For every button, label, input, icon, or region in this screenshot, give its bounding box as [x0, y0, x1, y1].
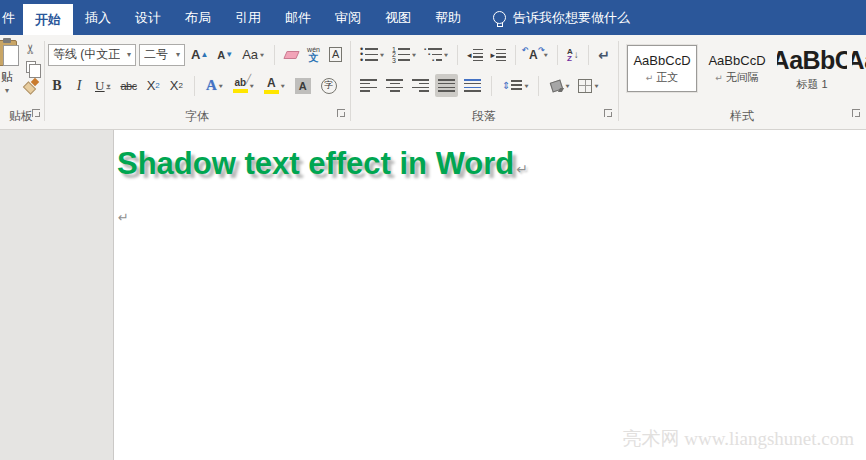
font-size-combo[interactable]: 二号	[139, 44, 185, 66]
align-right-button[interactable]	[409, 74, 432, 97]
text-highlight-button[interactable]: ab	[230, 74, 257, 97]
tab-view[interactable]: 视图	[373, 0, 423, 35]
decrease-indent-button[interactable]: ◂	[464, 43, 486, 66]
style-name-text: 正文	[656, 71, 678, 83]
clear-formatting-button[interactable]	[282, 43, 301, 66]
clipboard-dialog-launcher-icon[interactable]	[32, 109, 42, 119]
superscript-x: X	[170, 78, 179, 93]
style-item-heading1[interactable]: AaBbC 标题 1	[777, 45, 847, 92]
bullets-button[interactable]	[357, 43, 387, 66]
multilevel-list-button[interactable]	[421, 43, 451, 66]
grow-font-label: A	[191, 47, 200, 62]
line-spacing-button[interactable]: ⇕	[499, 74, 531, 97]
borders-button[interactable]	[575, 74, 601, 97]
styles-dialog-launcher-icon[interactable]	[852, 109, 862, 119]
font-color-a-label: A	[267, 77, 276, 89]
font-color-icon: A	[264, 77, 279, 94]
paste-label: 贴	[1, 69, 13, 86]
divider	[557, 45, 558, 65]
copy-icon[interactable]	[26, 61, 36, 73]
subscript-x: X	[147, 78, 156, 93]
align-left-button[interactable]	[357, 74, 380, 97]
text-effects-button[interactable]: A	[203, 74, 226, 97]
justify-button[interactable]	[435, 74, 458, 97]
multilevel-list-icon	[424, 48, 442, 62]
align-right-icon	[412, 79, 429, 92]
document-left-margin	[0, 130, 114, 460]
character-shading-icon: A	[295, 78, 311, 94]
style-mark: ↵	[715, 73, 723, 83]
font-dialog-launcher-icon[interactable]	[337, 109, 347, 119]
change-case-button[interactable]: Aa	[239, 43, 267, 66]
styles-group-label: 样式	[618, 108, 866, 125]
empty-paragraph-mark: ↵	[118, 210, 129, 225]
highlight-ab-label: ab	[234, 78, 246, 88]
clipboard-small-buttons: ✂	[20, 43, 42, 92]
superscript-button[interactable]: X2	[167, 74, 186, 97]
asian-layout-button[interactable]: A	[522, 43, 551, 66]
italic-button[interactable]: I	[70, 74, 88, 97]
phonetic-guide-button[interactable]: wén 文	[304, 43, 323, 66]
asian-layout-icon: A	[525, 48, 542, 62]
heading-text: Shadow text effect in Word	[117, 146, 514, 181]
distribute-icon	[464, 79, 481, 92]
enclose-characters-button[interactable]: 字	[318, 74, 340, 97]
eraser-icon	[283, 51, 300, 59]
document-area: Shadow text effect in Word↵ ↵ 亮术网 www.li…	[0, 130, 866, 460]
grow-font-button[interactable]: A▲	[188, 43, 211, 66]
tab-file[interactable]: 件	[0, 0, 23, 35]
decrease-indent-icon: ◂	[467, 49, 483, 61]
tab-references[interactable]: 引用	[223, 0, 273, 35]
highlight-color-bar	[233, 89, 248, 93]
strikethrough-button[interactable]: abc	[117, 74, 139, 97]
paste-dropdown-arrow[interactable]: ▾	[5, 86, 9, 95]
distribute-button[interactable]	[461, 74, 484, 97]
sort-z-label: Z	[567, 55, 573, 62]
bold-button[interactable]: B	[48, 74, 66, 97]
style-item-normal[interactable]: AaBbCcD ↵ 正文	[627, 45, 697, 92]
tab-help[interactable]: 帮助	[423, 0, 473, 35]
sort-button[interactable]: AZ ↓	[564, 43, 582, 66]
style-name: ↵ 无间隔	[715, 70, 759, 85]
increase-indent-button[interactable]: ▸	[488, 43, 510, 66]
paste-button[interactable]: 贴 ▾	[0, 40, 22, 95]
font-color-button[interactable]: A	[261, 74, 288, 97]
watermark-text: 亮术网 www.liangshunet.com	[623, 426, 855, 452]
justify-icon	[438, 79, 455, 92]
paragraph-dialog-launcher-icon[interactable]	[604, 109, 614, 119]
shading-button[interactable]	[546, 74, 572, 97]
numbering-button[interactable]	[389, 43, 419, 66]
shrink-font-button[interactable]: A▼	[214, 43, 236, 66]
tab-review[interactable]: 审阅	[323, 0, 373, 35]
tab-layout[interactable]: 布局	[173, 0, 223, 35]
line-spacing-icon: ⇕	[502, 80, 522, 92]
tab-insert[interactable]: 插入	[73, 0, 123, 35]
align-center-button[interactable]	[383, 74, 406, 97]
divider	[194, 76, 195, 96]
subscript-2: 2	[155, 81, 159, 90]
character-shading-button[interactable]: A	[292, 74, 314, 97]
tab-design[interactable]: 设计	[123, 0, 173, 35]
grow-arrow-icon: ▲	[200, 52, 208, 58]
style-item-no-spacing[interactable]: AaBbCcD ↵ 无间隔	[702, 45, 772, 92]
character-border-button[interactable]: A	[326, 43, 345, 66]
format-painter-icon[interactable]	[24, 79, 38, 92]
divider	[491, 76, 492, 96]
font-group-label: 字体	[44, 108, 350, 125]
ribbon-tab-bar: 件 开始 插入 设计 布局 引用 邮件 审阅 视图 帮助 告诉我你想要做什么	[0, 0, 866, 35]
font-name-combo[interactable]: 等线 (中文正	[48, 44, 136, 66]
tab-mailings[interactable]: 邮件	[273, 0, 323, 35]
style-item-heading2[interactable]: AaBbC 标题 2	[852, 45, 866, 92]
subscript-button[interactable]: X2	[144, 74, 163, 97]
text-effects-icon: A	[206, 77, 217, 94]
show-hide-marks-button[interactable]: ↵	[595, 43, 613, 66]
tab-home[interactable]: 开始	[23, 4, 73, 35]
style-name: 标题 1	[796, 77, 827, 92]
cut-icon[interactable]: ✂	[25, 44, 37, 55]
sort-arrow: ↓	[574, 49, 579, 60]
underline-button[interactable]: U	[92, 74, 113, 97]
font-color-bar	[264, 90, 279, 94]
document-heading[interactable]: Shadow text effect in Word↵	[117, 146, 528, 182]
tell-me-box[interactable]: 告诉我你想要做什么	[493, 0, 630, 35]
numbering-icon	[392, 48, 410, 62]
